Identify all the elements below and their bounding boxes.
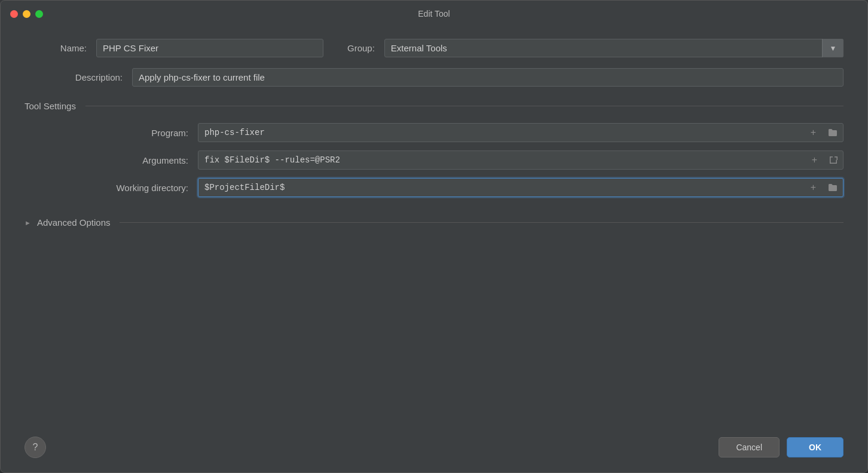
working-directory-row: Working directory: + <box>25 178 843 197</box>
ok-button[interactable]: OK <box>787 437 843 457</box>
program-input[interactable] <box>198 123 843 142</box>
working-directory-label: Working directory: <box>48 183 198 193</box>
edit-tool-dialog: Edit Tool Name: Group: External Tools In… <box>0 0 868 473</box>
program-browse-button[interactable] <box>822 123 843 142</box>
name-group-row: Name: Group: External Tools Internal Too… <box>25 39 843 57</box>
dialog-footer: ? Cancel OK <box>1 427 867 472</box>
help-icon: ? <box>33 442 38 453</box>
description-input[interactable] <box>132 68 843 87</box>
program-input-wrapper: + <box>198 123 843 142</box>
working-directory-input[interactable] <box>198 178 843 197</box>
footer-actions: Cancel OK <box>719 437 843 457</box>
help-button[interactable]: ? <box>25 437 46 458</box>
group-label: Group: <box>347 43 384 53</box>
working-directory-field-buttons: + <box>805 178 843 197</box>
group-select[interactable]: External Tools Internal Tools <box>384 39 843 57</box>
group-select-wrapper: External Tools Internal Tools ▼ <box>384 39 843 57</box>
tool-settings-header: Tool Settings <box>25 101 843 111</box>
name-input[interactable] <box>96 39 323 57</box>
advanced-options-arrow-icon: ► <box>25 219 31 226</box>
advanced-options-divider <box>120 222 843 223</box>
working-dir-add-button[interactable]: + <box>805 178 822 197</box>
arguments-input-wrapper: + <box>198 150 843 170</box>
minimize-window-button[interactable] <box>23 10 30 18</box>
program-row: Program: + <box>25 123 843 142</box>
program-label: Program: <box>48 128 198 138</box>
dialog-title: Edit Tool <box>418 9 450 19</box>
tool-settings-divider <box>85 106 843 106</box>
close-window-button[interactable] <box>10 10 18 18</box>
tool-settings-title: Tool Settings <box>25 101 76 111</box>
working-directory-input-wrapper: + <box>198 178 843 197</box>
arguments-expand-button[interactable] <box>823 150 843 170</box>
working-dir-browse-button[interactable] <box>822 178 843 197</box>
name-label: Name: <box>25 43 96 53</box>
cancel-button[interactable]: Cancel <box>719 437 780 457</box>
program-field-buttons: + <box>805 123 843 142</box>
tool-settings-section: Program: + Arguments: <box>25 123 843 205</box>
arguments-label: Arguments: <box>48 155 198 165</box>
program-add-button[interactable]: + <box>805 123 822 142</box>
advanced-options-label: Advanced Options <box>37 217 111 228</box>
arguments-add-button[interactable]: + <box>806 150 823 170</box>
arguments-row: Arguments: + <box>25 150 843 170</box>
window-controls <box>10 10 43 18</box>
dialog-content: Name: Group: External Tools Internal Too… <box>1 27 867 427</box>
maximize-window-button[interactable] <box>35 10 43 18</box>
description-label: Description: <box>25 72 132 82</box>
description-row: Description: <box>25 68 843 87</box>
title-bar: Edit Tool <box>1 1 867 27</box>
group-section: Group: External Tools Internal Tools ▼ <box>347 39 843 57</box>
arguments-input[interactable] <box>198 150 843 170</box>
advanced-options-section[interactable]: ► Advanced Options <box>25 217 843 228</box>
name-section: Name: <box>25 39 323 57</box>
arguments-field-buttons: + <box>806 150 843 170</box>
